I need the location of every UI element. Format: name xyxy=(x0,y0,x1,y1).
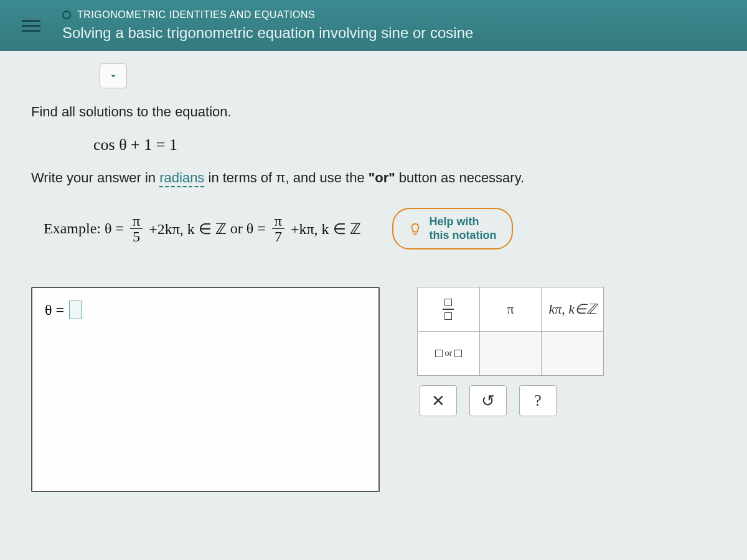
header-text: TRIGONOMETRIC IDENTITIES AND EQUATIONS S… xyxy=(62,9,473,42)
input-palette-wrapper: π kπ, k∈ℤ or ✕ ↺ xyxy=(417,287,604,416)
problem-equation: cos θ + 1 = 1 xyxy=(93,136,716,154)
instruction-post: button as necessary. xyxy=(395,170,525,185)
clear-button[interactable]: ✕ xyxy=(420,385,457,416)
help-notation-button[interactable]: Help with this notation xyxy=(392,208,513,250)
example-or: or xyxy=(230,220,243,237)
fraction-button[interactable] xyxy=(418,287,479,331)
example-term2: +kπ, k ∈ ℤ xyxy=(291,220,361,238)
or-literal: "or" xyxy=(369,170,395,185)
example-theta2: θ = xyxy=(247,220,266,237)
example-theta1: θ = xyxy=(105,220,124,237)
lightbulb-icon xyxy=(408,222,422,236)
palette-empty xyxy=(479,332,542,375)
pi-button[interactable]: π xyxy=(479,287,542,331)
page-header: TRIGONOMETRIC IDENTITIES AND EQUATIONS S… xyxy=(0,0,747,51)
instruction-text: Write your answer in radians in terms of… xyxy=(31,170,716,186)
answer-slot[interactable] xyxy=(69,301,82,319)
reset-button[interactable]: ↺ xyxy=(469,385,507,416)
theta-label: θ = xyxy=(45,302,64,319)
category-row: TRIGONOMETRIC IDENTITIES AND EQUATIONS xyxy=(62,9,473,21)
palette-empty xyxy=(541,332,603,375)
instruction-mid: in terms of π, and use the xyxy=(204,170,368,185)
category-label: TRIGONOMETRIC IDENTITIES AND EQUATIONS xyxy=(77,9,315,21)
theta-equals: θ = xyxy=(45,301,366,319)
instruction-pre: Write your answer in xyxy=(31,170,159,185)
dropdown-toggle[interactable] xyxy=(100,63,127,88)
or-icon: or xyxy=(435,348,463,358)
action-row: ✕ ↺ ? xyxy=(417,385,604,416)
help-button[interactable]: ? xyxy=(519,385,557,416)
input-palette: π kπ, k∈ℤ or xyxy=(417,287,604,376)
palette-row: or xyxy=(417,332,604,376)
help-text: Help with this notation xyxy=(430,215,497,242)
content-area: Find all solutions to the equation. cos … xyxy=(0,51,747,505)
page-subtitle: Solving a basic trigonometric equation i… xyxy=(62,24,473,42)
fraction-icon: π 7 xyxy=(272,213,284,244)
example-label: Example: xyxy=(44,220,101,237)
example-expression: Example: θ = π 5 +2kπ, k ∈ ℤ or θ = π 7 … xyxy=(44,213,361,244)
kpi-kz-button[interactable]: kπ, k∈ℤ xyxy=(541,287,603,331)
palette-row: π kπ, k∈ℤ xyxy=(417,287,604,332)
fraction-icon xyxy=(443,299,454,320)
fraction-icon: π 5 xyxy=(130,213,143,244)
chevron-down-icon xyxy=(108,70,119,82)
circle-icon xyxy=(62,11,71,19)
example-term1: +2kπ, k ∈ ℤ xyxy=(149,220,227,238)
answer-input-box[interactable]: θ = xyxy=(31,287,380,492)
answer-area: θ = π kπ, k∈ℤ xyxy=(31,287,716,492)
problem-prompt: Find all solutions to the equation. xyxy=(31,104,716,120)
or-button[interactable]: or xyxy=(418,332,479,375)
radians-link[interactable]: radians xyxy=(159,170,204,187)
menu-icon[interactable] xyxy=(19,17,44,35)
example-row: Example: θ = π 5 +2kπ, k ∈ ℤ or θ = π 7 … xyxy=(44,208,716,250)
